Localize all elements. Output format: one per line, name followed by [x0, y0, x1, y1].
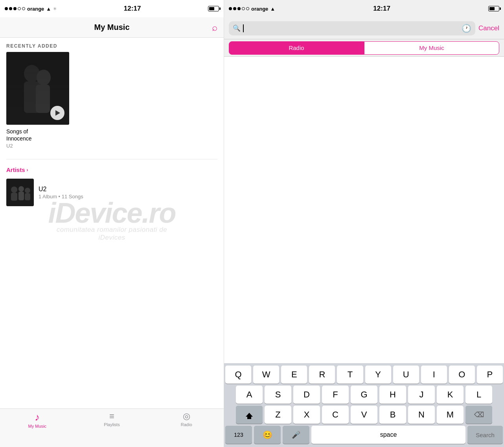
key-I[interactable]: I [421, 366, 447, 384]
key-E[interactable]: E [281, 366, 307, 384]
svg-rect-10 [18, 192, 24, 200]
rdot-3 [237, 7, 241, 10]
artists-section-label[interactable]: Artists › [0, 163, 224, 175]
status-bar-right: orange ▲ 12:17 [224, 0, 504, 17]
battery-area-left [208, 6, 219, 11]
emoji-key[interactable]: 😊 [254, 426, 281, 444]
nav-header-left: My Music ⌕ [0, 17, 224, 38]
album-thumbnail[interactable] [6, 52, 69, 125]
key-L[interactable]: L [465, 386, 492, 404]
right-panel: orange ▲ 12:17 🔍 🕐 Cancel Radio My Music… [224, 0, 504, 447]
album-name: Songs ofInnocence [6, 128, 217, 142]
page-title-left: My Music [94, 23, 129, 32]
dot-3 [13, 7, 17, 10]
key-O[interactable]: O [449, 366, 475, 384]
key-Y[interactable]: Y [365, 366, 391, 384]
key-Q[interactable]: Q [225, 366, 251, 384]
tab-my-music-label: My Music [28, 424, 46, 429]
space-key[interactable]: space [311, 426, 465, 444]
dot-1 [5, 7, 8, 10]
artist-thumbnail [6, 179, 34, 206]
wifi-icon-right: ▲ [270, 6, 275, 12]
text-cursor [243, 24, 244, 32]
tab-radio-label: Radio [181, 422, 192, 427]
key-N[interactable]: N [408, 406, 435, 424]
keyboard: Q W E R T Y U I O P A S D F G H J K L [224, 363, 504, 447]
rdot-5 [246, 7, 249, 10]
key-J[interactable]: J [408, 386, 435, 404]
artist-meta: 1 Album • 11 Songs [39, 194, 83, 199]
key-C[interactable]: C [322, 406, 349, 424]
rdot-1 [229, 7, 232, 10]
svg-rect-12 [25, 193, 30, 200]
key-U[interactable]: U [393, 366, 419, 384]
key-H[interactable]: H [379, 386, 406, 404]
tab-radio[interactable]: ◎ Radio [149, 412, 224, 427]
key-F[interactable]: F [322, 386, 349, 404]
play-triangle-icon [55, 110, 60, 116]
key-M[interactable]: M [437, 406, 464, 424]
shift-key[interactable] [236, 406, 263, 424]
carrier-right: orange [251, 6, 268, 12]
album-info: Songs ofInnocence U2 [6, 128, 217, 149]
key-D[interactable]: D [293, 386, 320, 404]
key-S[interactable]: S [265, 386, 291, 404]
clock-icon: 🕐 [462, 24, 471, 33]
time-right: 12:17 [373, 5, 390, 13]
key-P[interactable]: P [477, 366, 503, 384]
key-W[interactable]: W [253, 366, 279, 384]
key-X[interactable]: X [293, 406, 320, 424]
tab-playlists-label: Playlists [104, 422, 120, 427]
segment-radio[interactable]: Radio [229, 41, 364, 55]
music-note-icon: ♪ [35, 412, 40, 422]
chevron-down-icon: › [27, 167, 28, 173]
signal-dots-right [229, 7, 249, 10]
tab-playlists[interactable]: ≡ Playlists [75, 412, 149, 427]
keyboard-row-4: 123 😊 🎤 space Search [225, 426, 503, 444]
dot-4 [18, 7, 21, 10]
search-content-area [224, 57, 504, 363]
status-left-group: orange ▲ ✳ [5, 6, 57, 12]
num-key[interactable]: 123 [225, 426, 252, 444]
artists-label: Artists [6, 166, 25, 173]
activity-icon: ✳ [53, 6, 57, 11]
search-field[interactable]: 🔍 🕐 [229, 21, 475, 35]
key-Z[interactable]: Z [265, 406, 291, 424]
carrier-left: orange [27, 6, 44, 12]
status-right-left: orange ▲ [229, 6, 275, 12]
time-left: 12:17 [124, 5, 141, 13]
battery-fill-left [209, 7, 214, 10]
cancel-button[interactable]: Cancel [478, 24, 499, 32]
delete-key[interactable]: ⌫ [465, 406, 492, 424]
key-K[interactable]: K [437, 386, 464, 404]
key-B[interactable]: B [379, 406, 406, 424]
mic-key[interactable]: 🎤 [283, 426, 309, 444]
key-A[interactable]: A [236, 386, 263, 404]
rdot-2 [233, 7, 236, 10]
wifi-icon-left: ▲ [46, 6, 51, 12]
artist-info: U2 1 Album • 11 Songs [39, 186, 83, 199]
key-T[interactable]: T [337, 366, 363, 384]
svg-point-11 [25, 188, 30, 193]
album-section: Songs ofInnocence U2 [0, 52, 224, 155]
dot-5 [22, 7, 25, 10]
rdot-4 [242, 7, 245, 10]
segment-my-music[interactable]: My Music [364, 41, 499, 55]
key-R[interactable]: R [309, 366, 335, 384]
search-bar-area: 🔍 🕐 Cancel [224, 17, 504, 39]
delete-icon: ⌫ [474, 410, 484, 419]
key-G[interactable]: G [351, 386, 377, 404]
search-key[interactable]: Search [467, 426, 503, 444]
status-bar-left: orange ▲ ✳ 12:17 [0, 0, 224, 17]
search-button[interactable]: ⌕ [212, 22, 217, 33]
playlists-icon: ≡ [109, 412, 114, 421]
play-button[interactable] [50, 106, 64, 120]
dot-2 [9, 7, 12, 10]
key-V[interactable]: V [351, 406, 377, 424]
watermark-subtitle: comunitatea romanilor pasionati de iDevi… [48, 226, 175, 242]
artist-row[interactable]: U2 1 Album • 11 Songs [0, 175, 224, 209]
tab-my-music[interactable]: ♪ My Music [0, 412, 75, 429]
artist-name: U2 [39, 186, 83, 193]
keyboard-row-3: Z X C V B N M ⌫ [225, 406, 503, 424]
battery-area-right [488, 6, 499, 11]
